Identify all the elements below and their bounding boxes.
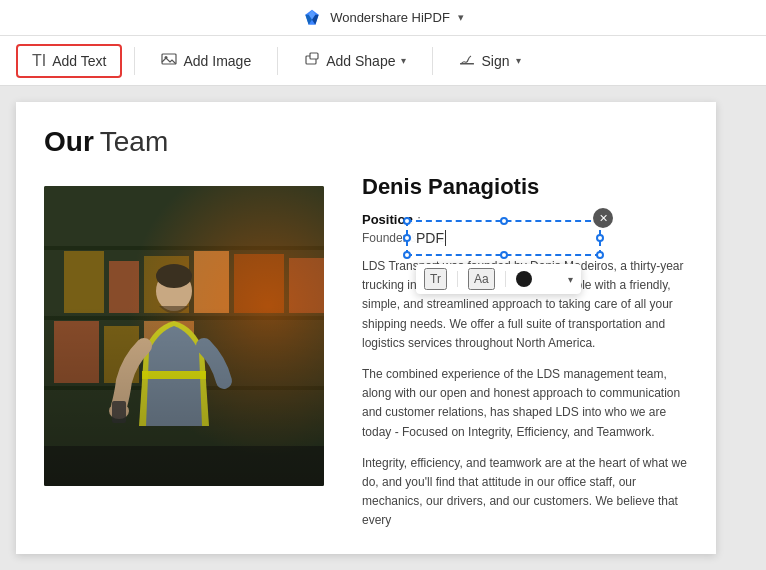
- svg-point-26: [109, 403, 129, 419]
- handle-bottom-mid[interactable]: [500, 251, 508, 259]
- left-column: [44, 174, 334, 542]
- text-input-box[interactable]: ✕ PDF: [406, 220, 601, 256]
- sidebar-right: [716, 86, 766, 570]
- handle-bottom-left[interactable]: [403, 251, 411, 259]
- heading-regular: Team: [100, 126, 168, 158]
- toolbar: TI Add Text Add Image Add Shape ▾: [0, 36, 766, 86]
- handle-top-left[interactable]: [403, 217, 411, 225]
- toolbar-separator-1: [134, 47, 135, 75]
- add-shape-chevron-icon[interactable]: ▾: [401, 55, 406, 66]
- add-text-button[interactable]: TI Add Text: [16, 44, 122, 78]
- svg-rect-25: [142, 371, 206, 379]
- add-image-icon: [161, 51, 177, 71]
- toolbar-separator-2: [277, 47, 278, 75]
- add-shape-label: Add Shape: [326, 53, 395, 69]
- svg-rect-22: [44, 186, 324, 486]
- add-image-label: Add Image: [183, 53, 251, 69]
- svg-rect-19: [54, 321, 99, 383]
- sign-chevron-icon[interactable]: ▾: [516, 55, 521, 66]
- handle-top-mid[interactable]: [500, 217, 508, 225]
- font-size-label: Aa: [474, 272, 489, 286]
- title-chevron-icon[interactable]: ▾: [458, 11, 464, 24]
- svg-rect-11: [44, 316, 324, 320]
- handle-right-mid[interactable]: [596, 234, 604, 242]
- paragraph-2: The combined experience of the LDS manag…: [362, 365, 688, 442]
- title-bar: Wondershare HiPDF ▾: [0, 0, 766, 36]
- sign-button[interactable]: Sign ▾: [445, 45, 534, 77]
- sign-label: Sign: [481, 53, 509, 69]
- add-text-icon: TI: [32, 52, 46, 70]
- add-image-button[interactable]: Add Image: [147, 45, 265, 77]
- svg-rect-7: [310, 53, 318, 59]
- person-name: Denis Panagiotis: [362, 174, 688, 200]
- pdf-canvas[interactable]: Our Team: [16, 102, 716, 554]
- format-chevron-icon[interactable]: ▾: [568, 274, 573, 285]
- add-shape-button[interactable]: Add Shape ▾: [290, 45, 420, 77]
- main-area: Our Team: [0, 86, 766, 570]
- handle-bottom-right[interactable]: [596, 251, 604, 259]
- font-style-button[interactable]: Tr: [424, 268, 447, 290]
- worker-illustration: [44, 186, 324, 486]
- text-box-close-button[interactable]: ✕: [593, 208, 613, 228]
- fmt-separator-1: [457, 271, 458, 287]
- handle-left-mid[interactable]: [403, 234, 411, 242]
- add-text-label: Add Text: [52, 53, 106, 69]
- svg-rect-21: [144, 321, 194, 383]
- hipdf-logo-icon: [302, 8, 322, 28]
- heading-bold: Our: [44, 126, 94, 158]
- app-title: Wondershare HiPDF: [330, 10, 450, 25]
- svg-point-24: [156, 264, 192, 288]
- format-toolbar: Tr Aa ▾: [416, 264, 581, 294]
- font-style-label: Tr: [430, 272, 441, 286]
- worker-photo: [44, 186, 324, 486]
- font-size-button[interactable]: Aa: [468, 268, 495, 290]
- text-cursor: [445, 230, 446, 246]
- svg-rect-27: [112, 401, 126, 423]
- toolbar-separator-3: [432, 47, 433, 75]
- app-logo: [302, 8, 322, 28]
- paragraph-3: Integrity, efficiency, and teamwork are …: [362, 454, 688, 531]
- svg-rect-8: [460, 63, 474, 65]
- text-input-content: PDF: [416, 230, 444, 246]
- add-shape-icon: [304, 51, 320, 71]
- pdf-heading: Our Team: [44, 126, 688, 158]
- svg-rect-20: [104, 326, 139, 383]
- svg-rect-12: [44, 386, 324, 390]
- svg-rect-28: [44, 446, 324, 486]
- fmt-separator-2: [505, 271, 506, 287]
- color-picker-button[interactable]: [516, 271, 532, 287]
- sign-icon: [459, 51, 475, 71]
